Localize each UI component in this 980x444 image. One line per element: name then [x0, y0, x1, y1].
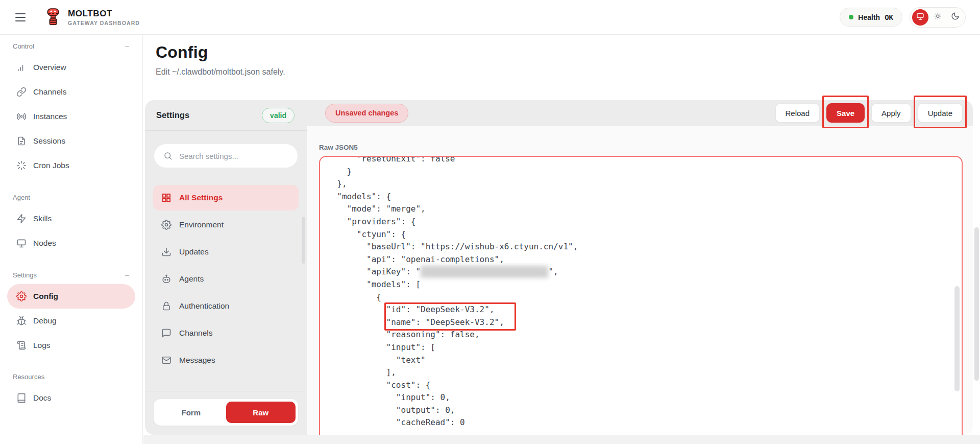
sidebar-item-label: Skills [33, 214, 52, 223]
sidebar-item-sessions[interactable]: Sessions [7, 129, 135, 153]
download-icon [161, 247, 172, 257]
settings-nav-agents[interactable]: Agents [153, 266, 299, 292]
section-collapse-control[interactable]: – [125, 42, 129, 50]
settings-panel: Settings valid All SettingsEnvironmentUp… [145, 100, 307, 435]
sidebar-item-overview[interactable]: Overview [7, 55, 135, 80]
settings-nav-label: All Settings [179, 193, 223, 202]
page-title: Config [156, 43, 285, 62]
sidebar-item-label: Cron Jobs [33, 161, 69, 170]
editor-toolbar: Unsaved changes Reload Save Apply Update [307, 100, 973, 126]
workspace-card: Settings valid All SettingsEnvironmentUp… [145, 100, 973, 435]
monitor-icon [916, 12, 924, 22]
section-label: Control [13, 42, 34, 50]
editor-scrollbar[interactable] [954, 286, 960, 391]
sidebar-item-config[interactable]: Config [7, 284, 135, 309]
settings-nav-environment[interactable]: Environment [153, 212, 299, 238]
raw-json-content[interactable]: "resetOnExit": false } }, "models": { "m… [320, 156, 962, 429]
bottom-strip [143, 435, 980, 444]
sidebar-item-nodes[interactable]: Nodes [7, 231, 135, 255]
page-scrollbar[interactable] [974, 227, 979, 381]
sidebar-item-label: Instances [33, 112, 67, 121]
theme-toggle-group [910, 7, 966, 28]
settings-panel-header: Settings valid [145, 100, 307, 131]
sidebar-item-docs[interactable]: Docs [7, 386, 135, 410]
sidebar-item-cron-jobs[interactable]: Cron Jobs [7, 153, 135, 178]
monitor-icon [16, 238, 27, 248]
raw-view-button[interactable]: Raw [226, 402, 296, 423]
apikey-redaction-blur [421, 266, 548, 278]
reload-button[interactable]: Reload [775, 103, 820, 123]
section-label: Resources [13, 373, 44, 381]
health-status-value: OK [885, 13, 893, 21]
brand: MOLTBOT GATEWAY DASHBOARD [68, 9, 140, 26]
sidebar: Control–OverviewChannelsInstancesSession… [0, 35, 143, 444]
form-view-button[interactable]: Form [156, 402, 226, 423]
section-collapse-control[interactable]: – [125, 271, 129, 279]
link-icon [16, 87, 27, 97]
dark-theme-button[interactable] [947, 9, 963, 26]
search-icon [163, 151, 173, 160]
sidebar-item-instances[interactable]: Instances [7, 104, 135, 129]
bot-icon [161, 274, 172, 284]
bug-icon [16, 316, 27, 326]
view-toggle-footer: Form Raw [145, 391, 307, 435]
settings-nav-messages[interactable]: Messages [153, 347, 299, 373]
settings-list-scrollbar[interactable] [302, 217, 305, 264]
update-button[interactable]: Update [918, 103, 963, 123]
sidebar-item-label: Channels [33, 87, 67, 97]
sidebar-item-debug[interactable]: Debug [7, 309, 135, 333]
sidebar-item-channels[interactable]: Channels [7, 80, 135, 104]
settings-nav-authentication[interactable]: Authentication [153, 293, 299, 319]
page-subtitle: Edit ~/.clawdbot/moltbot.json safely. [156, 67, 285, 77]
section-label: Settings [13, 271, 37, 279]
book-icon [16, 393, 27, 403]
sidebar-item-skills[interactable]: Skills [7, 206, 135, 231]
raw-json-editor[interactable]: "resetOnExit": false } }, "models": { "m… [319, 156, 963, 435]
sidebar-section-settings: Settings–ConfigDebugLogs [0, 271, 142, 358]
moon-icon [951, 12, 960, 22]
scroll-icon [16, 340, 27, 350]
sidebar-item-label: Logs [33, 341, 51, 350]
sidebar-item-label: Debug [33, 316, 57, 325]
menu-icon[interactable] [15, 11, 29, 24]
section-label: Agent [13, 194, 30, 201]
settings-search[interactable] [154, 144, 298, 168]
brand-title: MOLTBOT [68, 9, 140, 19]
view-toggle: Form Raw [154, 399, 298, 426]
save-button[interactable]: Save [826, 103, 865, 123]
grid-icon [161, 193, 172, 203]
sidebar-section-resources: ResourcesDocs [0, 373, 142, 410]
editor-body: Raw JSON5 "resetOnExit": false } }, "mod… [307, 126, 973, 435]
brand-subtitle: GATEWAY DASHBOARD [68, 20, 140, 26]
config-editor-panel: Unsaved changes Reload Save Apply Update… [307, 100, 973, 435]
settings-nav-label: Updates [179, 247, 209, 256]
sidebar-item-label: Sessions [33, 136, 65, 146]
sidebar-item-logs[interactable]: Logs [7, 333, 135, 358]
editor-actions: Reload Save Apply Update [775, 103, 963, 123]
health-dot-icon [849, 15, 853, 19]
settings-nav-label: Channels [179, 329, 213, 338]
search-input[interactable] [179, 152, 289, 160]
config-valid-badge: valid [262, 108, 295, 123]
zap-icon [16, 214, 27, 224]
sidebar-section-control: Control–OverviewChannelsInstancesSession… [0, 42, 142, 178]
section-collapse-control[interactable]: – [125, 193, 129, 201]
file-text-icon [16, 136, 27, 146]
page-head: Config Edit ~/.clawdbot/moltbot.json saf… [156, 43, 285, 77]
save-button-annotation: Save [826, 103, 865, 123]
settings-nav-updates[interactable]: Updates [153, 239, 299, 265]
unsaved-changes-badge: Unsaved changes [325, 104, 408, 123]
settings-nav-all-settings[interactable]: All Settings [153, 185, 299, 211]
settings-nav-label: Messages [179, 356, 215, 365]
settings-nav-channels[interactable]: Channels [153, 320, 299, 346]
sun-icon [934, 12, 942, 22]
gear-icon [161, 220, 172, 230]
health-label: Health [858, 13, 880, 21]
moltbot-logo-icon [45, 8, 61, 27]
light-theme-button[interactable] [929, 9, 946, 26]
monitor-theme-button[interactable] [912, 9, 928, 26]
apply-button[interactable]: Apply [871, 103, 911, 123]
sidebar-item-label: Nodes [33, 239, 56, 248]
loader-icon [16, 160, 27, 171]
raw-json5-label: Raw JSON5 [319, 144, 963, 151]
